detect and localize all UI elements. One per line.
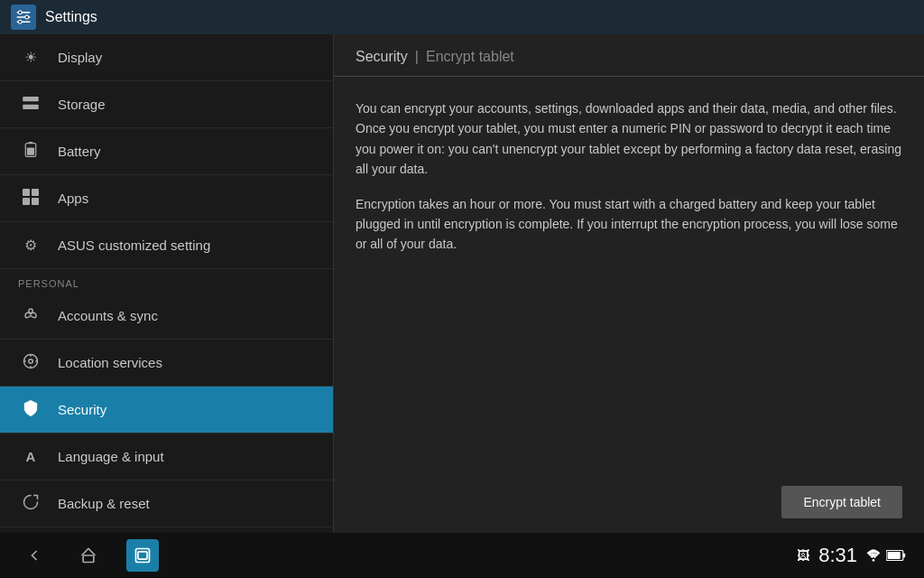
breadcrumb: Security | Encrypt tablet [334,34,924,77]
sidebar-item-label: Security [58,402,106,417]
panel-content: You can encrypt your accounts, settings,… [334,77,924,533]
sidebar-item-asus[interactable]: ⚙ ASUS customized setting [0,222,333,269]
svg-rect-7 [23,104,39,108]
sidebar-item-language[interactable]: A Language & input [0,434,333,480]
sidebar-item-label: Apps [58,191,88,206]
location-icon [18,353,43,373]
svg-rect-28 [83,555,94,563]
bottom-bar: 🖼 8:31 [0,533,924,578]
home-button[interactable] [72,539,105,572]
sidebar-item-location[interactable]: Location services [0,340,333,387]
accounts-icon [18,306,43,326]
description-text: You can encrypt your accounts, settings,… [356,98,902,255]
svg-rect-10 [27,147,34,154]
sidebar-item-label: Storage [58,97,106,112]
storage-icon [18,97,43,113]
battery-status-icon [886,550,906,561]
asus-icon: ⚙ [18,237,43,254]
bottom-nav-right: 🖼 8:31 [797,544,906,567]
svg-rect-34 [888,552,901,559]
sidebar-item-label: Display [58,50,102,65]
breadcrumb-separator: | [415,49,419,65]
sidebar-item-security[interactable]: Security [0,387,333,434]
svg-rect-13 [23,198,30,205]
sidebar-item-battery[interactable]: Battery [0,128,333,175]
photo-status-icon: 🖼 [797,548,809,563]
breadcrumb-main: Security [356,49,408,65]
svg-rect-33 [903,554,905,558]
right-panel: Security | Encrypt tablet You can encryp… [334,34,924,533]
sidebar-item-label: Accounts & sync [58,308,158,323]
security-icon [18,400,43,420]
sidebar-item-apps[interactable]: Apps [0,175,333,222]
language-icon: A [18,449,43,464]
encrypt-tablet-button[interactable]: Encrypt tablet [781,486,902,518]
battery-icon [18,142,43,162]
top-bar: Settings [0,0,924,34]
sidebar-item-label: ASUS customized setting [58,238,210,253]
sidebar-item-storage[interactable]: Storage [0,81,333,128]
back-button[interactable] [18,539,51,572]
svg-point-3 [18,11,22,14]
personal-section-header: PERSONAL [0,269,333,293]
svg-rect-30 [138,552,147,559]
wifi-icon [866,548,881,563]
display-icon: ☀ [18,49,43,66]
description-para1: You can encrypt your accounts, settings,… [356,98,902,180]
svg-point-17 [29,359,33,363]
svg-rect-12 [32,189,39,196]
svg-point-5 [18,20,22,23]
recents-button[interactable] [126,539,159,572]
sidebar-item-display[interactable]: ☀ Display [0,34,333,81]
breadcrumb-sub: Encrypt tablet [426,49,514,65]
button-area: Encrypt tablet [356,468,902,518]
svg-point-31 [873,559,875,562]
sidebar-item-label: Battery [58,144,101,159]
sidebar-item-backup[interactable]: Backup & reset [0,480,333,527]
backup-icon [18,494,43,514]
clock-display: 8:31 [818,544,857,567]
bottom-nav-left [18,539,159,572]
svg-point-4 [25,15,29,19]
sidebar-item-label: Backup & reset [58,496,150,511]
svg-rect-11 [23,189,30,196]
settings-icon [11,5,36,30]
sidebar-item-label: Language & input [58,449,164,464]
status-icons [866,548,906,563]
sidebar-item-label: Location services [58,355,162,370]
main-content: ☀ Display Storage Battery [0,34,924,533]
app-title: Settings [45,9,97,25]
apps-icon [18,189,43,209]
description-para2: Encryption takes an hour or more. You mu… [356,194,902,255]
sidebar: ☀ Display Storage Battery [0,34,334,533]
svg-rect-6 [23,97,39,101]
sidebar-item-accounts[interactable]: Accounts & sync [0,293,333,340]
svg-point-15 [29,309,33,313]
svg-rect-14 [32,198,39,205]
